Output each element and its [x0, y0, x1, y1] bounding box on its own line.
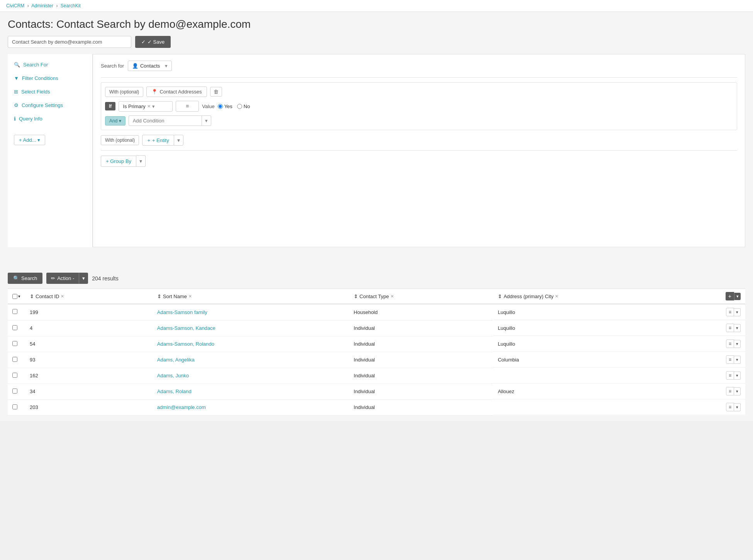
- pin-icon: 📍: [151, 89, 158, 95]
- search-btn-icon: 🔍: [13, 275, 19, 281]
- row-checkbox[interactable]: [12, 341, 17, 346]
- row-actions-caret[interactable]: ▾: [734, 387, 741, 395]
- select-all-caret[interactable]: ▾: [18, 294, 20, 299]
- breadcrumb-searchkit[interactable]: SearchKit: [61, 3, 81, 8]
- sidebar-item-configure-settings[interactable]: ⚙ Configure Settings: [8, 98, 92, 112]
- contact-link[interactable]: Adams-Samson, Kandace: [157, 325, 215, 331]
- entity-button[interactable]: + + Entity: [142, 135, 174, 146]
- sidebar-item-filter-label: Filter Conditions: [22, 75, 58, 81]
- search-name-input[interactable]: [8, 36, 131, 48]
- contact-link[interactable]: Adams, Junko: [157, 373, 189, 378]
- sidebar-item-filter-conditions[interactable]: ▼ Filter Conditions: [8, 71, 92, 85]
- search-for-selector[interactable]: 👤 Contacts ▾: [128, 61, 172, 71]
- row-actions-button[interactable]: ≡: [726, 387, 734, 395]
- sidebar-item-select-fields[interactable]: ⊞ Select Fields: [8, 85, 92, 98]
- yes-no-radio-group: Yes No: [218, 104, 250, 109]
- add-condition-input[interactable]: [129, 116, 202, 126]
- contact-addresses-selector[interactable]: 📍 Contact Addresses: [146, 87, 207, 97]
- row-actions-button[interactable]: ≡: [726, 355, 734, 364]
- field-selector[interactable]: Is Primary ✕ ▾: [119, 101, 173, 112]
- entity-caret[interactable]: ▾: [174, 135, 183, 146]
- row-actions-caret[interactable]: ▾: [734, 324, 741, 332]
- action-caret-button[interactable]: ▾: [79, 273, 88, 284]
- save-btn-label: ✓ Save: [148, 39, 165, 45]
- group-by-row: + Group By ▾: [101, 155, 737, 167]
- no-label: No: [244, 104, 250, 109]
- no-radio[interactable]: [237, 104, 242, 109]
- group-by-button[interactable]: + Group By: [101, 156, 136, 167]
- remove-contact-type-col[interactable]: ✕: [390, 294, 394, 299]
- row-actions-caret[interactable]: ▾: [734, 372, 741, 380]
- cell-contact-id: 199: [25, 304, 153, 320]
- cell-contact-id: 93: [25, 352, 153, 368]
- row-checkbox[interactable]: [12, 373, 17, 378]
- delete-filter-button[interactable]: 🗑: [210, 87, 222, 97]
- row-checkbox[interactable]: [12, 389, 17, 394]
- row-actions-caret[interactable]: ▾: [734, 340, 741, 348]
- add-dropdown-label: + Add...: [19, 137, 36, 143]
- col-header-contact-type: ⇕ Contact Type ✕: [349, 289, 493, 304]
- remove-contact-id-col[interactable]: ✕: [61, 294, 64, 299]
- action-button-group: ✏ Action - ▾: [46, 273, 88, 284]
- entity-label: + Entity: [152, 137, 169, 143]
- row-checkbox[interactable]: [12, 404, 17, 409]
- field-remove-button[interactable]: ✕: [147, 104, 151, 109]
- row-checkbox[interactable]: [12, 357, 17, 362]
- cell-sort-name: Adams, Roland: [153, 384, 349, 399]
- yes-label: Yes: [224, 104, 232, 109]
- yes-radio[interactable]: [218, 104, 223, 109]
- breadcrumb-civicrm[interactable]: CiviCRM: [6, 3, 24, 8]
- sort-contact-id-icon[interactable]: ⇕: [30, 294, 34, 299]
- add-dropdown-button[interactable]: + Add... ▾: [14, 135, 45, 145]
- contact-link[interactable]: Adams-Samson, Rolando: [157, 341, 214, 347]
- row-checkbox[interactable]: [12, 309, 17, 314]
- row-actions-button[interactable]: ≡: [726, 339, 734, 348]
- contact-link[interactable]: admin@example.com: [157, 404, 206, 410]
- sort-city-icon[interactable]: ⇕: [498, 294, 502, 299]
- search-button[interactable]: 🔍 Search: [8, 273, 42, 284]
- table-row: 34 Adams, Roland Individual Allouez ≡ ▾: [8, 384, 745, 399]
- action-button[interactable]: ✏ Action -: [46, 273, 79, 284]
- condition-row: If Is Primary ✕ ▾ = Value Yes: [105, 101, 733, 112]
- sort-contact-type-icon[interactable]: ⇕: [354, 294, 358, 299]
- add-condition-selector[interactable]: ▾: [129, 115, 211, 126]
- row-actions-caret[interactable]: ▾: [734, 308, 741, 316]
- add-condition-row: And ▾ ▾: [105, 115, 733, 126]
- sidebar-item-search-for[interactable]: 🔍 Search For: [8, 58, 92, 71]
- row-actions-button[interactable]: ≡: [726, 324, 734, 332]
- cell-sort-name: Adams-Samson, Rolando: [153, 336, 349, 352]
- remove-sort-name-col[interactable]: ✕: [188, 294, 192, 299]
- row-actions-button[interactable]: ≡: [726, 403, 734, 411]
- save-button[interactable]: ✓ ✓ Save: [135, 36, 171, 48]
- select-all-checkbox[interactable]: [12, 294, 17, 299]
- table-row: 54 Adams-Samson, Rolando Individual Luqu…: [8, 336, 745, 352]
- action-btn-label: Action -: [57, 275, 74, 281]
- info-icon: ℹ: [14, 116, 16, 122]
- no-radio-option[interactable]: No: [237, 104, 250, 109]
- add-column-caret[interactable]: ▾: [734, 293, 741, 300]
- add-column-button[interactable]: +: [726, 292, 734, 300]
- row-actions-button[interactable]: ≡: [726, 371, 734, 380]
- row-actions-button[interactable]: ≡: [726, 308, 734, 316]
- row-actions-caret[interactable]: ▾: [734, 403, 741, 411]
- contact-link[interactable]: Adams-Samson family: [157, 309, 207, 315]
- and-button[interactable]: And ▾: [105, 116, 126, 126]
- contact-link[interactable]: Adams, Roland: [157, 389, 192, 394]
- search-for-icon: 🔍: [14, 62, 20, 68]
- value-label: Value: [202, 104, 214, 109]
- row-checkbox-cell: [8, 399, 25, 415]
- city-value: Luquillo: [498, 325, 515, 331]
- with-optional-button[interactable]: With (optional): [105, 87, 143, 97]
- breadcrumb-administer[interactable]: Administer: [31, 3, 53, 8]
- group-by-caret[interactable]: ▾: [136, 155, 146, 167]
- row-checkbox[interactable]: [12, 325, 17, 330]
- contact-link[interactable]: Adams, Angelika: [157, 357, 195, 363]
- with-optional-button-2[interactable]: With (optional): [101, 135, 139, 145]
- add-condition-caret[interactable]: ▾: [202, 116, 211, 126]
- sort-sort-name-icon[interactable]: ⇕: [157, 294, 161, 299]
- sidebar-item-query-info[interactable]: ℹ Query Info: [8, 112, 92, 126]
- yes-radio-option[interactable]: Yes: [218, 104, 232, 109]
- row-actions-caret[interactable]: ▾: [734, 356, 741, 364]
- cell-sort-name: admin@example.com: [153, 399, 349, 415]
- remove-city-col[interactable]: ✕: [555, 294, 558, 299]
